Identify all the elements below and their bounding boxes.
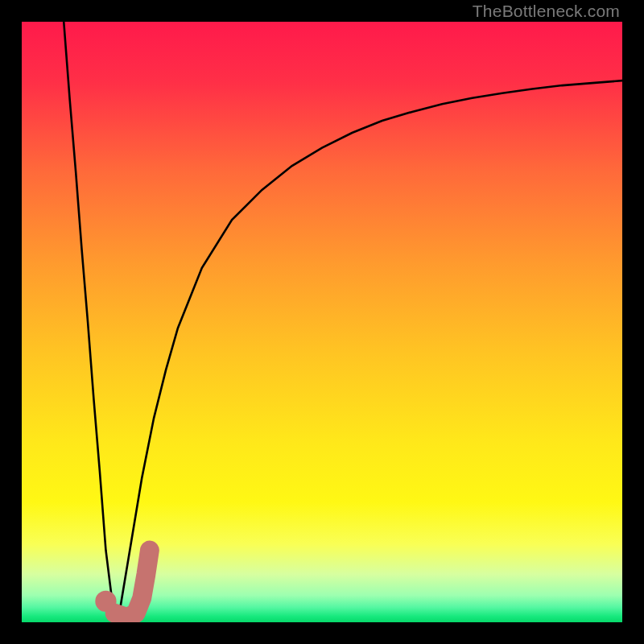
chart-frame: TheBottleneck.com xyxy=(0,0,644,644)
marker-j-stroke xyxy=(115,550,150,617)
curve-right-arm xyxy=(118,80,622,622)
watermark-text: TheBottleneck.com xyxy=(473,2,620,21)
plot-area xyxy=(22,22,622,622)
curve-left-arm xyxy=(64,22,118,622)
chart-curves xyxy=(22,22,622,622)
marker-j-dot xyxy=(95,591,116,612)
